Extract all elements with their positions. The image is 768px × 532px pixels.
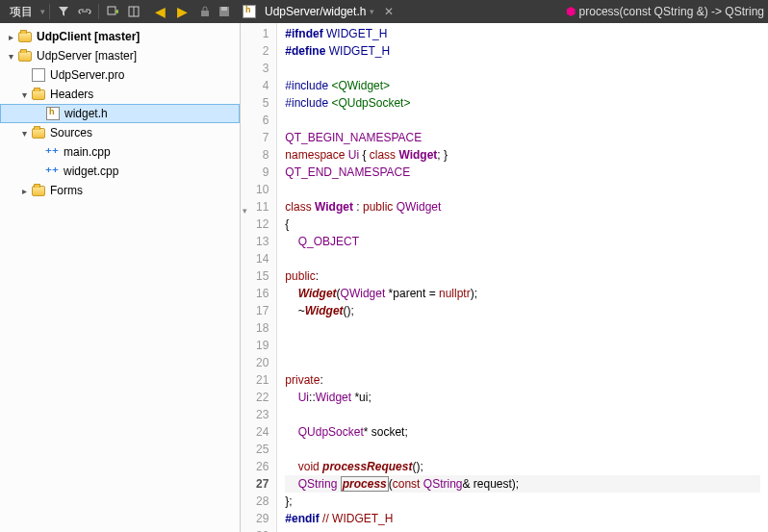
collapse-icon[interactable]: ▾	[17, 88, 31, 101]
line-number: 1	[256, 25, 269, 42]
tree-label: main.cpp	[64, 145, 111, 159]
line-number: 23	[256, 406, 269, 423]
breadcrumb-file[interactable]: UdpServer/widget.h ▾	[242, 4, 374, 19]
add-icon[interactable]	[103, 2, 122, 21]
code-line[interactable]: class Widget : public QWidget	[285, 198, 760, 215]
line-number: 21	[256, 371, 269, 389]
code-line[interactable]	[285, 354, 760, 371]
code-line[interactable]	[285, 527, 760, 532]
tree-item-forms[interactable]: ▸ Forms	[0, 181, 240, 200]
code-line[interactable]: QUdpSocket* socket;	[285, 423, 760, 441]
code-editor[interactable]: 12345678910▾1112131415161718192021222324…	[241, 23, 768, 532]
divider	[49, 4, 50, 19]
code-line[interactable]	[285, 406, 760, 423]
nav-back-icon[interactable]: ◀	[151, 4, 169, 19]
folder-icon	[17, 48, 33, 63]
line-number: 6	[256, 112, 269, 129]
tree-label: UdpServer [master]	[37, 49, 137, 63]
line-number: 26	[256, 458, 269, 475]
collapse-icon[interactable]: ▾	[17, 126, 31, 139]
code-line[interactable]	[285, 337, 760, 354]
code-line[interactable]: #endif // WIDGET_H	[285, 510, 760, 527]
tree-item-sources[interactable]: ▾ Sources	[0, 123, 240, 142]
expand-icon[interactable]: ▸	[17, 184, 31, 197]
code-line[interactable]: #ifndef WIDGET_H	[285, 25, 760, 42]
tree-item-udpserver[interactable]: ▾ UdpServer [master]	[0, 46, 240, 65]
collapse-icon[interactable]: ▾	[4, 49, 17, 63]
code-line[interactable]: #include <QUdpSocket>	[285, 94, 760, 112]
line-number: 28	[256, 493, 269, 510]
breadcrumb-function[interactable]: ⬢ process(const QString &) -> QString	[566, 5, 764, 18]
code-line[interactable]: public:	[285, 267, 760, 285]
line-number: 30	[256, 527, 269, 532]
code-line[interactable]: #define WIDGET_H	[285, 42, 760, 60]
breadcrumb-file-label: UdpServer/widget.h	[265, 5, 366, 18]
close-icon[interactable]: ✕	[378, 5, 399, 18]
svg-rect-3	[201, 11, 209, 16]
split-icon[interactable]	[124, 2, 143, 21]
project-sidebar: ▸ UdpClient [master] ▾ UdpServer [master…	[0, 23, 241, 532]
breadcrumb: UdpServer/widget.h ▾ ✕ ⬢ process(const Q…	[242, 4, 764, 19]
code-line[interactable]: QT_END_NAMESPACE	[285, 164, 760, 181]
line-number: 4	[256, 77, 269, 94]
line-number: 10	[256, 181, 269, 198]
code-line[interactable]	[285, 250, 760, 267]
panel-dropdown-icon[interactable]: ▾	[40, 7, 45, 16]
save-icon[interactable]	[215, 2, 234, 21]
code-line[interactable]	[285, 60, 760, 77]
panel-title: 项目	[4, 4, 38, 20]
tree-label: UdpServer.pro	[50, 68, 124, 82]
code-area[interactable]: #ifndef WIDGET_H#define WIDGET_H #includ…	[277, 23, 768, 532]
tree-item-headers[interactable]: ▾ Headers	[0, 85, 240, 104]
tree-item-main-cpp[interactable]: ⁺⁺ main.cpp	[0, 142, 240, 162]
tree-label: Headers	[50, 88, 93, 101]
nav-forward-icon[interactable]: ▶	[173, 4, 192, 19]
lock-icon[interactable]	[195, 2, 215, 21]
code-line[interactable]: };	[285, 493, 760, 510]
tree-item-widget-h[interactable]: widget.h	[0, 104, 240, 123]
chevron-down-icon[interactable]: ▾	[370, 7, 374, 16]
nav-arrows: ◀ ▶	[151, 4, 192, 19]
line-number: 25	[256, 441, 269, 458]
folder-cpp-icon	[31, 125, 46, 140]
filter-icon[interactable]	[54, 2, 73, 21]
file-cpp-icon: ⁺⁺	[44, 164, 60, 179]
code-line[interactable]: ~Widget();	[285, 302, 760, 319]
code-line[interactable]: Q_OBJECT	[285, 233, 760, 250]
code-line[interactable]	[285, 441, 760, 458]
line-number: 15	[256, 267, 269, 285]
toolbar-left: 项目 ▾	[4, 0, 143, 23]
svg-rect-0	[108, 7, 115, 14]
code-line[interactable]	[285, 319, 760, 337]
main-area: ▸ UdpClient [master] ▾ UdpServer [master…	[0, 23, 768, 532]
line-number: 8	[256, 146, 269, 164]
code-line[interactable]: QString process(const QString& request);	[285, 475, 760, 493]
line-number: 2	[256, 42, 269, 60]
file-cpp-icon: ⁺⁺	[44, 144, 60, 160]
expand-icon[interactable]: ▸	[4, 30, 17, 43]
code-line[interactable]	[285, 181, 760, 198]
tree-item-udpclient[interactable]: ▸ UdpClient [master]	[0, 27, 240, 46]
divider	[98, 4, 99, 19]
code-line[interactable]: Ui::Widget *ui;	[285, 389, 760, 406]
file-pro-icon	[31, 67, 46, 83]
folder-icon	[17, 29, 33, 44]
tree-item-widget-cpp[interactable]: ⁺⁺ widget.cpp	[0, 162, 240, 181]
code-line[interactable]	[285, 112, 760, 129]
line-number: 29	[256, 510, 269, 527]
code-line[interactable]: namespace Ui { class Widget; }	[285, 146, 760, 164]
tree-item-pro[interactable]: UdpServer.pro	[0, 65, 240, 85]
folder-icon	[31, 183, 46, 198]
file-h-icon	[45, 106, 61, 121]
code-line[interactable]: {	[285, 215, 760, 233]
link-icon[interactable]	[75, 2, 94, 21]
code-line[interactable]: void processRequest();	[285, 458, 760, 475]
code-line[interactable]: QT_BEGIN_NAMESPACE	[285, 129, 760, 146]
line-number: 20	[256, 354, 269, 371]
fold-icon[interactable]: ▾	[243, 202, 247, 219]
breadcrumb-func-label: process(const QString &) -> QString	[579, 5, 764, 18]
code-line[interactable]: #include <QWidget>	[285, 77, 760, 94]
code-line[interactable]: private:	[285, 371, 760, 389]
code-line[interactable]: Widget(QWidget *parent = nullptr);	[285, 285, 760, 302]
tree-label: UdpClient [master]	[37, 30, 140, 43]
